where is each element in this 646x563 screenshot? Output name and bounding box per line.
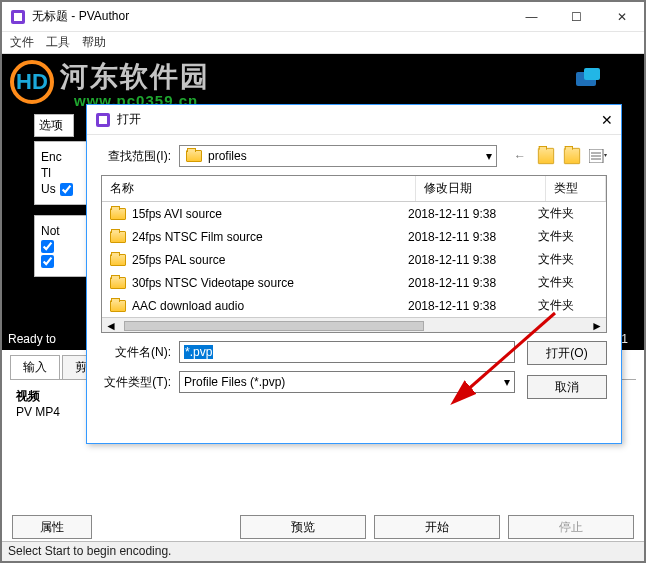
notify-check-1[interactable]: [41, 240, 54, 253]
folder-icon: [110, 254, 126, 266]
folder-icon: [110, 300, 126, 312]
folder-icon: [110, 208, 126, 220]
menu-help[interactable]: 帮助: [82, 34, 106, 51]
status-ready: Ready to: [8, 332, 56, 346]
minimize-button[interactable]: —: [509, 3, 554, 31]
list-item[interactable]: 25fps PAL source2018-12-11 9:38文件夹: [102, 248, 606, 271]
watermark-text: 河东软件园: [60, 58, 210, 96]
window-title: 无标题 - PVAuthor: [32, 8, 129, 25]
list-item[interactable]: 30fps NTSC Videotape source2018-12-11 9:…: [102, 271, 606, 294]
dialog-icon: [95, 112, 111, 128]
col-type[interactable]: 类型: [546, 176, 606, 201]
statusbar: Select Start to begin encoding.: [2, 541, 644, 561]
list-item[interactable]: 15fps AVI source2018-12-11 9:38文件夹: [102, 202, 606, 225]
scroll-right-icon[interactable]: ►: [588, 319, 606, 333]
list-item[interactable]: AAC download audio2018-12-11 9:38文件夹: [102, 294, 606, 317]
file-list[interactable]: 名称 修改日期 类型 15fps AVI source2018-12-11 9:…: [101, 175, 607, 333]
filetype-label: 文件类型(T):: [101, 374, 171, 391]
dialog-close-button[interactable]: ✕: [601, 112, 613, 128]
file-list-header: 名称 修改日期 类型: [102, 176, 606, 202]
look-in-value: profiles: [208, 149, 247, 163]
filename-input[interactable]: *.pvp: [179, 341, 515, 363]
dialog-title: 打开: [117, 111, 141, 128]
menubar: 文件 工具 帮助: [2, 32, 644, 54]
notify-check-2[interactable]: [41, 255, 54, 268]
scroll-left-icon[interactable]: ◄: [102, 319, 120, 333]
svg-rect-5: [99, 116, 107, 124]
main-window: 无标题 - PVAuthor — ☐ ✕ 文件 工具 帮助 HD 河东软件园 w…: [2, 2, 644, 561]
notify-label: Not: [41, 224, 60, 238]
filename-value: *.pvp: [184, 345, 213, 359]
open-dialog: 打开 ✕ 查找范围(I): profiles ▾ ←: [86, 104, 622, 444]
options-tab[interactable]: 选项: [34, 114, 74, 137]
up-folder-icon[interactable]: [537, 147, 555, 165]
horizontal-scrollbar[interactable]: ◄ ►: [102, 317, 606, 333]
cancel-button[interactable]: 取消: [527, 375, 607, 399]
list-item[interactable]: 24fps NTSC Film source2018-12-11 9:38文件夹: [102, 225, 606, 248]
open-button[interactable]: 打开(O): [527, 341, 607, 365]
tl-label: Tl: [41, 166, 51, 180]
folder-icon: [110, 277, 126, 289]
use-checkbox[interactable]: [60, 183, 73, 196]
col-name[interactable]: 名称: [102, 176, 416, 201]
svg-rect-1: [14, 13, 22, 21]
main-titlebar: 无标题 - PVAuthor — ☐ ✕: [2, 2, 644, 32]
chevron-down-icon: ▾: [486, 149, 492, 163]
scroll-thumb[interactable]: [124, 321, 424, 331]
footer-buttons: 属性 预览 开始 停止: [12, 515, 634, 539]
monitor-icon: [574, 68, 602, 92]
app-icon: [10, 9, 26, 25]
close-button[interactable]: ✕: [599, 3, 644, 31]
menu-file[interactable]: 文件: [10, 34, 34, 51]
maximize-button[interactable]: ☐: [554, 3, 599, 31]
svg-rect-3: [584, 68, 600, 80]
menu-tools[interactable]: 工具: [46, 34, 70, 51]
attributes-button[interactable]: 属性: [12, 515, 92, 539]
dialog-titlebar: 打开 ✕: [87, 105, 621, 135]
view-menu-icon[interactable]: [589, 147, 607, 165]
filetype-value: Profile Files (*.pvp): [184, 375, 285, 389]
hd-badge-icon: HD: [10, 60, 54, 104]
col-date[interactable]: 修改日期: [416, 176, 546, 201]
file-list-body: 15fps AVI source2018-12-11 9:38文件夹 24fps…: [102, 202, 606, 317]
use-label: Us: [41, 182, 56, 196]
filename-label: 文件名(N):: [101, 344, 171, 361]
enc-label: Enc: [41, 150, 62, 164]
chevron-down-icon: ▾: [504, 375, 510, 389]
watermark-logo: HD 河东软件园: [10, 58, 210, 96]
nav-back-icon[interactable]: ←: [511, 147, 529, 165]
folder-icon: [186, 150, 202, 162]
folder-icon: [110, 231, 126, 243]
start-button[interactable]: 开始: [374, 515, 500, 539]
look-in-combo[interactable]: profiles ▾: [179, 145, 497, 167]
filetype-combo[interactable]: Profile Files (*.pvp) ▾: [179, 371, 515, 393]
new-folder-icon[interactable]: [563, 147, 581, 165]
tab-input[interactable]: 输入: [10, 355, 60, 379]
look-in-label: 查找范围(I):: [101, 148, 171, 165]
stop-button[interactable]: 停止: [508, 515, 634, 539]
preview-button[interactable]: 预览: [240, 515, 366, 539]
